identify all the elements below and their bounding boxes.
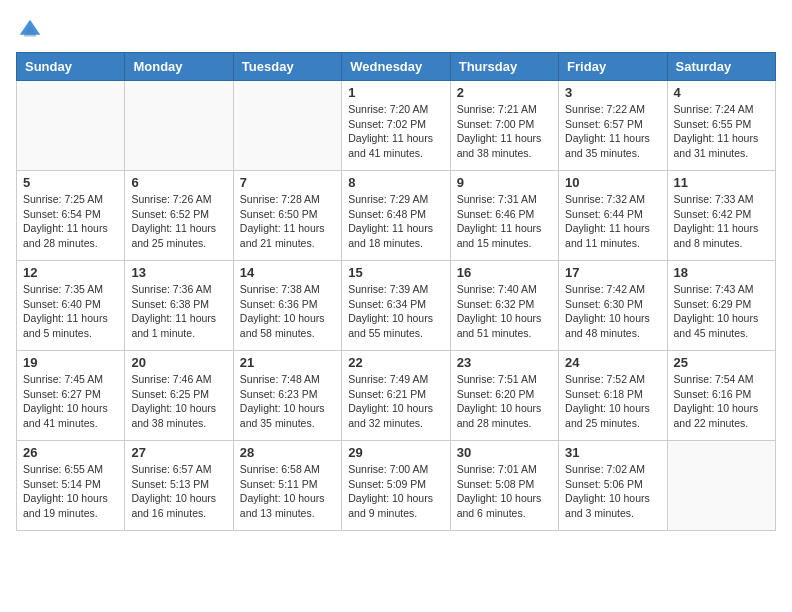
day-info: Sunrise: 7:33 AM Sunset: 6:42 PM Dayligh… <box>674 192 769 251</box>
calendar-cell: 22Sunrise: 7:49 AM Sunset: 6:21 PM Dayli… <box>342 351 450 441</box>
day-number: 27 <box>131 445 226 460</box>
day-info: Sunrise: 7:21 AM Sunset: 7:00 PM Dayligh… <box>457 102 552 161</box>
calendar-week-row: 19Sunrise: 7:45 AM Sunset: 6:27 PM Dayli… <box>17 351 776 441</box>
calendar-cell: 5Sunrise: 7:25 AM Sunset: 6:54 PM Daylig… <box>17 171 125 261</box>
day-info: Sunrise: 7:22 AM Sunset: 6:57 PM Dayligh… <box>565 102 660 161</box>
weekday-header: Tuesday <box>233 53 341 81</box>
day-number: 5 <box>23 175 118 190</box>
day-info: Sunrise: 7:49 AM Sunset: 6:21 PM Dayligh… <box>348 372 443 431</box>
day-info: Sunrise: 7:46 AM Sunset: 6:25 PM Dayligh… <box>131 372 226 431</box>
calendar-week-row: 5Sunrise: 7:25 AM Sunset: 6:54 PM Daylig… <box>17 171 776 261</box>
weekday-header: Saturday <box>667 53 775 81</box>
day-info: Sunrise: 7:28 AM Sunset: 6:50 PM Dayligh… <box>240 192 335 251</box>
day-info: Sunrise: 7:42 AM Sunset: 6:30 PM Dayligh… <box>565 282 660 341</box>
page-header <box>16 16 776 44</box>
day-info: Sunrise: 7:00 AM Sunset: 5:09 PM Dayligh… <box>348 462 443 521</box>
day-info: Sunrise: 7:02 AM Sunset: 5:06 PM Dayligh… <box>565 462 660 521</box>
day-info: Sunrise: 7:43 AM Sunset: 6:29 PM Dayligh… <box>674 282 769 341</box>
calendar-header-row: SundayMondayTuesdayWednesdayThursdayFrid… <box>17 53 776 81</box>
calendar-cell: 30Sunrise: 7:01 AM Sunset: 5:08 PM Dayli… <box>450 441 558 531</box>
logo <box>16 16 48 44</box>
calendar-cell: 21Sunrise: 7:48 AM Sunset: 6:23 PM Dayli… <box>233 351 341 441</box>
calendar-cell: 10Sunrise: 7:32 AM Sunset: 6:44 PM Dayli… <box>559 171 667 261</box>
day-number: 2 <box>457 85 552 100</box>
calendar-cell: 23Sunrise: 7:51 AM Sunset: 6:20 PM Dayli… <box>450 351 558 441</box>
calendar-cell: 18Sunrise: 7:43 AM Sunset: 6:29 PM Dayli… <box>667 261 775 351</box>
day-number: 6 <box>131 175 226 190</box>
day-number: 10 <box>565 175 660 190</box>
day-number: 26 <box>23 445 118 460</box>
weekday-header: Sunday <box>17 53 125 81</box>
calendar-cell <box>233 81 341 171</box>
calendar-cell: 26Sunrise: 6:55 AM Sunset: 5:14 PM Dayli… <box>17 441 125 531</box>
calendar-table: SundayMondayTuesdayWednesdayThursdayFrid… <box>16 52 776 531</box>
calendar-cell: 11Sunrise: 7:33 AM Sunset: 6:42 PM Dayli… <box>667 171 775 261</box>
calendar-cell: 9Sunrise: 7:31 AM Sunset: 6:46 PM Daylig… <box>450 171 558 261</box>
calendar-cell: 3Sunrise: 7:22 AM Sunset: 6:57 PM Daylig… <box>559 81 667 171</box>
day-number: 14 <box>240 265 335 280</box>
calendar-cell: 19Sunrise: 7:45 AM Sunset: 6:27 PM Dayli… <box>17 351 125 441</box>
calendar-cell: 7Sunrise: 7:28 AM Sunset: 6:50 PM Daylig… <box>233 171 341 261</box>
day-info: Sunrise: 7:24 AM Sunset: 6:55 PM Dayligh… <box>674 102 769 161</box>
calendar-cell: 8Sunrise: 7:29 AM Sunset: 6:48 PM Daylig… <box>342 171 450 261</box>
day-number: 11 <box>674 175 769 190</box>
calendar-week-row: 26Sunrise: 6:55 AM Sunset: 5:14 PM Dayli… <box>17 441 776 531</box>
day-number: 25 <box>674 355 769 370</box>
day-number: 22 <box>348 355 443 370</box>
day-info: Sunrise: 7:26 AM Sunset: 6:52 PM Dayligh… <box>131 192 226 251</box>
calendar-cell: 20Sunrise: 7:46 AM Sunset: 6:25 PM Dayli… <box>125 351 233 441</box>
calendar-week-row: 1Sunrise: 7:20 AM Sunset: 7:02 PM Daylig… <box>17 81 776 171</box>
day-number: 18 <box>674 265 769 280</box>
day-number: 16 <box>457 265 552 280</box>
day-info: Sunrise: 7:36 AM Sunset: 6:38 PM Dayligh… <box>131 282 226 341</box>
calendar-cell <box>667 441 775 531</box>
day-info: Sunrise: 7:48 AM Sunset: 6:23 PM Dayligh… <box>240 372 335 431</box>
day-number: 28 <box>240 445 335 460</box>
calendar-week-row: 12Sunrise: 7:35 AM Sunset: 6:40 PM Dayli… <box>17 261 776 351</box>
calendar-cell: 16Sunrise: 7:40 AM Sunset: 6:32 PM Dayli… <box>450 261 558 351</box>
day-info: Sunrise: 7:52 AM Sunset: 6:18 PM Dayligh… <box>565 372 660 431</box>
weekday-header: Friday <box>559 53 667 81</box>
day-info: Sunrise: 7:39 AM Sunset: 6:34 PM Dayligh… <box>348 282 443 341</box>
day-info: Sunrise: 6:57 AM Sunset: 5:13 PM Dayligh… <box>131 462 226 521</box>
day-number: 8 <box>348 175 443 190</box>
weekday-header: Wednesday <box>342 53 450 81</box>
day-number: 20 <box>131 355 226 370</box>
day-number: 30 <box>457 445 552 460</box>
day-number: 24 <box>565 355 660 370</box>
day-info: Sunrise: 6:55 AM Sunset: 5:14 PM Dayligh… <box>23 462 118 521</box>
calendar-cell: 4Sunrise: 7:24 AM Sunset: 6:55 PM Daylig… <box>667 81 775 171</box>
day-info: Sunrise: 7:45 AM Sunset: 6:27 PM Dayligh… <box>23 372 118 431</box>
calendar-cell: 25Sunrise: 7:54 AM Sunset: 6:16 PM Dayli… <box>667 351 775 441</box>
day-number: 15 <box>348 265 443 280</box>
calendar-cell: 31Sunrise: 7:02 AM Sunset: 5:06 PM Dayli… <box>559 441 667 531</box>
day-number: 21 <box>240 355 335 370</box>
calendar-cell: 12Sunrise: 7:35 AM Sunset: 6:40 PM Dayli… <box>17 261 125 351</box>
calendar-cell: 1Sunrise: 7:20 AM Sunset: 7:02 PM Daylig… <box>342 81 450 171</box>
calendar-cell: 13Sunrise: 7:36 AM Sunset: 6:38 PM Dayli… <box>125 261 233 351</box>
day-number: 13 <box>131 265 226 280</box>
weekday-header: Thursday <box>450 53 558 81</box>
weekday-header: Monday <box>125 53 233 81</box>
day-number: 23 <box>457 355 552 370</box>
day-info: Sunrise: 7:38 AM Sunset: 6:36 PM Dayligh… <box>240 282 335 341</box>
day-number: 4 <box>674 85 769 100</box>
day-info: Sunrise: 7:01 AM Sunset: 5:08 PM Dayligh… <box>457 462 552 521</box>
day-info: Sunrise: 7:54 AM Sunset: 6:16 PM Dayligh… <box>674 372 769 431</box>
day-info: Sunrise: 7:35 AM Sunset: 6:40 PM Dayligh… <box>23 282 118 341</box>
calendar-cell <box>125 81 233 171</box>
calendar-cell: 17Sunrise: 7:42 AM Sunset: 6:30 PM Dayli… <box>559 261 667 351</box>
day-number: 1 <box>348 85 443 100</box>
day-number: 19 <box>23 355 118 370</box>
day-info: Sunrise: 6:58 AM Sunset: 5:11 PM Dayligh… <box>240 462 335 521</box>
day-number: 9 <box>457 175 552 190</box>
calendar-cell: 27Sunrise: 6:57 AM Sunset: 5:13 PM Dayli… <box>125 441 233 531</box>
calendar-cell: 6Sunrise: 7:26 AM Sunset: 6:52 PM Daylig… <box>125 171 233 261</box>
calendar-cell <box>17 81 125 171</box>
logo-icon <box>16 16 44 44</box>
calendar-cell: 15Sunrise: 7:39 AM Sunset: 6:34 PM Dayli… <box>342 261 450 351</box>
calendar-cell: 29Sunrise: 7:00 AM Sunset: 5:09 PM Dayli… <box>342 441 450 531</box>
day-info: Sunrise: 7:29 AM Sunset: 6:48 PM Dayligh… <box>348 192 443 251</box>
day-info: Sunrise: 7:32 AM Sunset: 6:44 PM Dayligh… <box>565 192 660 251</box>
day-info: Sunrise: 7:20 AM Sunset: 7:02 PM Dayligh… <box>348 102 443 161</box>
